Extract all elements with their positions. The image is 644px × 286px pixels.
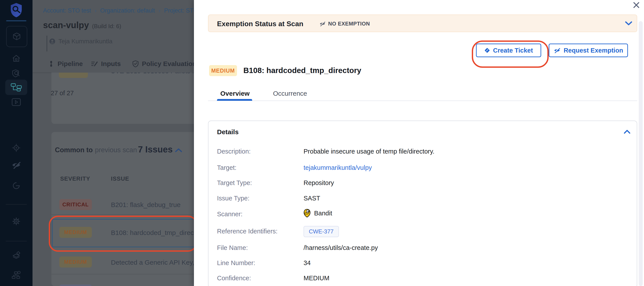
cwe-reference-chip[interactable]: CWE-377 xyxy=(304,226,339,237)
severity-badge-clipped xyxy=(59,73,88,78)
author-name: Teja Kummarikuntla xyxy=(58,38,112,45)
severity-badge-critical: CRITICAL xyxy=(59,199,92,210)
request-exemption-button[interactable]: Request Exemption xyxy=(549,44,628,57)
issue-row-text[interactable]: Detected a Generic API Key, xyxy=(111,259,194,266)
settings-gear-icon[interactable] xyxy=(0,214,32,228)
module-selector-button[interactable] xyxy=(6,26,27,47)
page-title: scan-vulpy(Build Id: 6) xyxy=(43,20,121,30)
drawer-scrollbar[interactable] xyxy=(639,21,643,286)
tab-overview[interactable]: Overview xyxy=(220,90,250,97)
default-settings-layers-icon[interactable] xyxy=(0,249,32,263)
detail-row-line-number: Line Number: 34 xyxy=(208,259,626,269)
pipelines-icon xyxy=(10,83,22,91)
background-page-content: Account: STO test › Organization: defaul… xyxy=(32,0,194,286)
executions-icon[interactable] xyxy=(0,95,32,109)
nav-divider xyxy=(6,204,27,205)
breadcrumb-org-link[interactable]: Organization: default xyxy=(100,7,155,14)
exemption-status-banner[interactable]: Exemption Status at Scan NO EXEMPTION xyxy=(208,15,637,32)
build-id-label: (Build Id: 6) xyxy=(92,23,121,30)
ticket-diamond-icon xyxy=(484,48,490,53)
no-exemption-eye-slash-icon xyxy=(319,21,326,27)
create-ticket-button[interactable]: Create Ticket xyxy=(476,44,541,57)
home-icon[interactable] xyxy=(0,51,32,65)
issue-row-text[interactable]: B201: flask_debug_true xyxy=(111,201,180,209)
logo-divider xyxy=(6,20,26,21)
chevron-up-icon[interactable] xyxy=(624,129,630,134)
org-settings-network-icon[interactable] xyxy=(0,268,32,282)
row-divider xyxy=(52,214,194,215)
execution-tabbar: Pipeline Inputs Policy Evaluations xyxy=(32,55,194,73)
left-nav-sidebar xyxy=(0,0,32,286)
tabs-divider xyxy=(208,100,637,101)
exemptions-eye-slash-icon[interactable] xyxy=(0,158,32,172)
breadcrumb-separator: › xyxy=(156,7,163,14)
column-header-severity: SEVERITY xyxy=(60,175,90,182)
detail-row-confidence: Confidence: MEDIUM xyxy=(208,274,626,284)
chevron-down-icon[interactable] xyxy=(625,21,632,26)
tab-inputs[interactable]: Inputs xyxy=(91,55,121,73)
row-divider xyxy=(52,274,194,274)
close-icon[interactable] xyxy=(632,1,640,9)
pipeline-icon xyxy=(48,61,54,67)
chevron-up-icon[interactable] xyxy=(175,148,182,153)
severity-badge-partial xyxy=(59,284,92,286)
breadcrumb-separator: › xyxy=(92,7,99,14)
cube-module-icon xyxy=(12,32,22,42)
severity-badge-medium: MEDIUM xyxy=(59,256,92,267)
targets-icon[interactable] xyxy=(0,141,32,155)
detail-row-scanner: Scanner: Bandit xyxy=(208,211,626,220)
clipped-issue-row[interactable]: CVE-2019-1010083 Pallets F xyxy=(52,73,194,79)
breadcrumb-project-link[interactable]: Project: STO xyxy=(164,7,194,14)
details-card: Details Description: Probable insecure u… xyxy=(208,120,637,286)
active-tab-underline xyxy=(217,99,252,101)
bandit-scanner-icon xyxy=(304,209,310,218)
issues-group-header: Common toprevious scan xyxy=(55,146,137,154)
author-row: Teja Kummarikuntla xyxy=(49,38,112,45)
breadcrumb-account-link[interactable]: Account: STO test xyxy=(43,7,91,14)
issue-title: B108: hardcoded_tmp_directory xyxy=(243,66,361,75)
detail-row-target: Target: tejakummarikuntla/vulpy xyxy=(208,164,626,174)
get-started-icon[interactable] xyxy=(0,179,32,193)
exemption-banner-title: Exemption Status at Scan xyxy=(217,20,303,28)
tab-occurrence[interactable]: Occurrence xyxy=(273,90,307,97)
issues-list-card-upper xyxy=(52,73,194,124)
detail-row-file-name: File Name: /harness/utils/ca-create.py xyxy=(208,244,626,254)
request-exemption-eye-slash-icon xyxy=(554,47,560,53)
author-divider-line xyxy=(46,36,47,52)
detail-row-reference-identifiers: Reference Identifiers: CWE-377 xyxy=(208,228,626,237)
scans-shield-icon[interactable] xyxy=(0,66,32,81)
user-avatar-icon xyxy=(49,38,55,44)
nav-divider xyxy=(6,241,27,241)
inputs-icon xyxy=(91,61,98,67)
issue-details-drawer: Exemption Status at Scan NO EXEMPTION xyxy=(194,0,644,286)
detail-row-description: Description: Probable insecure usage of … xyxy=(208,148,626,158)
tab-policy-evaluations[interactable]: Policy Evaluations xyxy=(132,55,194,73)
detail-row-issue-type: Issue Type: SAST xyxy=(208,195,626,204)
detail-row-target-type: Target Type: Repository xyxy=(208,179,626,189)
tab-pipeline[interactable]: Pipeline xyxy=(48,55,83,73)
scanner-name: Bandit xyxy=(314,210,332,217)
sto-logo-icon[interactable] xyxy=(0,3,32,17)
severity-badge-medium: MEDIUM xyxy=(59,227,92,238)
details-card-title: Details xyxy=(217,128,238,136)
clipped-issue-text: CVE-2019-1010083 Pallets F xyxy=(110,73,194,75)
issues-count-footer: 27 of 27 xyxy=(51,90,74,97)
issue-row-text[interactable]: B108: hardcoded_tmp_direct xyxy=(111,229,194,236)
column-header-issue: ISSUE xyxy=(111,175,129,182)
breadcrumb: Account: STO test › Organization: defaul… xyxy=(43,7,194,14)
exemption-status-badge: NO EXEMPTION xyxy=(319,21,370,27)
issues-group-count: 7 Issues xyxy=(138,145,173,155)
nav-item-pipelines-active[interactable] xyxy=(5,80,27,95)
severity-badge-medium: MEDIUM xyxy=(209,65,237,76)
policy-shield-icon xyxy=(132,60,139,67)
target-repo-link[interactable]: tejakummarikuntla/vulpy xyxy=(304,164,372,171)
